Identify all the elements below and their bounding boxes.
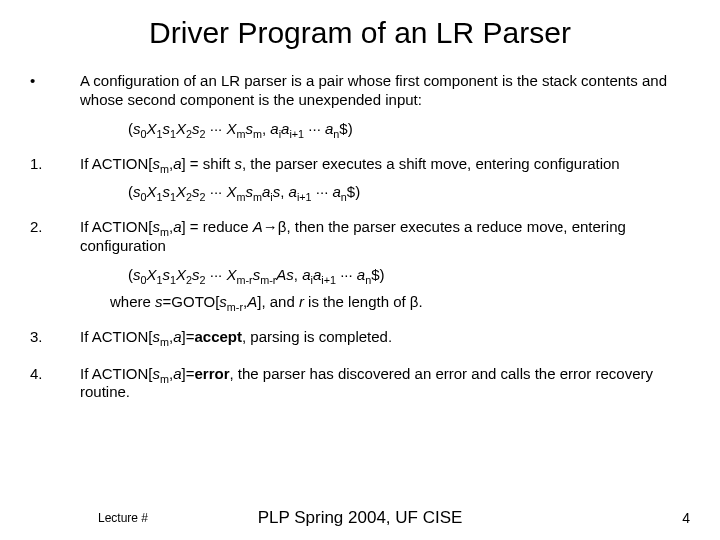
item-1-marker: 1. [30,155,80,174]
item-1: 1. If ACTION[sm,a] = shift s, the parser… [30,155,690,174]
reduce-note: where s=GOTO[sm-r,A], and r is the lengt… [110,293,690,310]
item-1-body: If ACTION[sm,a] = shift s, the parser ex… [80,155,690,174]
footer: Lecture # PLP Spring 2004, UF CISE 4 [0,510,720,526]
slide-title: Driver Program of an LR Parser [30,16,690,50]
item-4-marker: 4. [30,365,80,384]
lecture-number: Lecture # [98,511,148,525]
item-4: 4. If ACTION[sm,a]=error, the parser has… [30,365,690,403]
intro-row: • A configuration of an LR parser is a p… [30,72,690,110]
item-2: 2. If ACTION[sm,a] = reduce A→β, then th… [30,218,690,256]
shift-formula: (s0X1s1X2s2 ··· Xmsmais, ai+1 ··· an$) [128,183,690,200]
item-2-body: If ACTION[sm,a] = reduce A→β, then the p… [80,218,690,256]
item-3-marker: 3. [30,328,80,347]
item-3-body: If ACTION[sm,a]=accept, parsing is compl… [80,328,690,347]
item-3: 3. If ACTION[sm,a]=accept, parsing is co… [30,328,690,347]
reduce-formula: (s0X1s1X2s2 ··· Xm-rsm-rAs, aiai+1 ··· a… [128,266,690,283]
bullet-marker: • [30,72,80,91]
intro-text: A configuration of an LR parser is a pai… [80,72,690,110]
item-2-marker: 2. [30,218,80,237]
page-number: 4 [682,510,690,526]
slide: Driver Program of an LR Parser • A confi… [0,0,720,540]
item-4-body: If ACTION[sm,a]=error, the parser has di… [80,365,690,403]
config-formula: (s0X1s1X2s2 ··· Xmsm, aiai+1 ··· an$) [128,120,690,137]
